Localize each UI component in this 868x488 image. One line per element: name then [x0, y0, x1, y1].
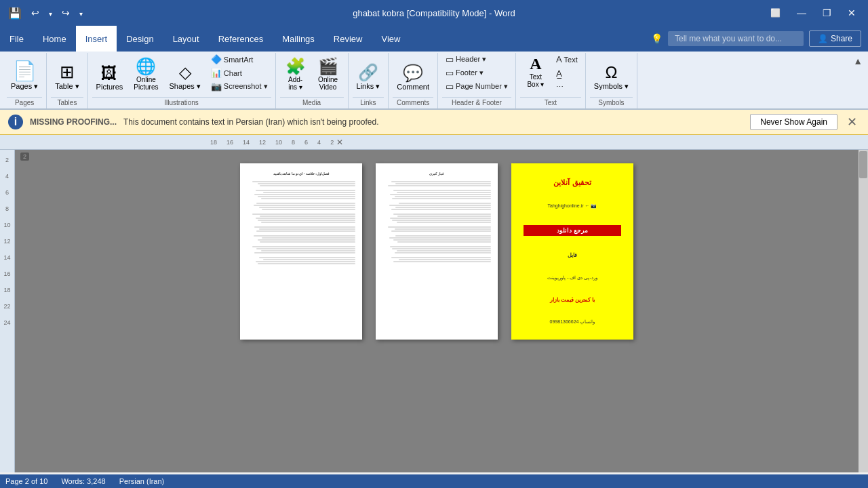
online-pictures-button[interactable]: 🌐 OnlinePictures: [130, 56, 162, 93]
pictures-icon: 🖼: [101, 65, 117, 81]
pages-button[interactable]: 📄 Pages ▾: [7, 59, 42, 93]
header-label: Header ▾: [456, 55, 486, 64]
share-button[interactable]: 👤 Share: [809, 30, 861, 47]
menu-references[interactable]: References: [209, 26, 273, 52]
links-icon: 🔗: [358, 64, 378, 81]
window-title: ghabat kobra [Compatibility Mode] - Word: [353, 8, 515, 18]
page-number-label: Page Number ▾: [456, 82, 508, 91]
header-icon: ▭: [446, 54, 454, 64]
header-footer-col: ▭ Header ▾ ▭ Footer ▾ ▭ Page Number ▾: [442, 53, 511, 93]
language: Persian (Iran): [119, 477, 165, 485]
quick-access-dropdown[interactable]: ▾: [77, 6, 85, 20]
footer-button[interactable]: ▭ Footer ▾: [442, 66, 511, 79]
restore-down-button[interactable]: ⬜: [764, 5, 787, 21]
menu-file[interactable]: File: [0, 26, 33, 52]
text-label: Text: [564, 56, 578, 64]
text-box-icon: A: [530, 56, 541, 72]
ad-cta: با کمترین قیمت بازار: [550, 297, 595, 303]
undo-button[interactable]: ↩: [28, 6, 42, 20]
menu-view[interactable]: View: [372, 26, 410, 52]
tables-group-content: ⊞ Table ▾: [51, 53, 83, 96]
ribbon-group-pages: 📄 Pages ▾ Pages: [3, 53, 47, 108]
symbols-button[interactable]: Ω Symbols ▾: [590, 62, 633, 93]
pages-icon: 📄: [13, 62, 37, 81]
table-button[interactable]: ⊞ Table ▾: [51, 60, 83, 93]
vertical-scrollbar[interactable]: [859, 150, 868, 472]
shapes-label: Shapes ▾: [169, 82, 200, 91]
text-box-label: TextBox ▾: [527, 73, 544, 88]
chart-button[interactable]: 📊 Chart: [208, 66, 271, 79]
menu-home[interactable]: Home: [33, 26, 76, 52]
pages-container[interactable]: 2 فصل اول: خلاصه - اي دو ما شاهد باشيد: [15, 150, 859, 472]
redo-button[interactable]: ↪: [59, 6, 73, 20]
chart-icon: 📊: [211, 68, 222, 78]
menu-layout[interactable]: Layout: [163, 26, 209, 52]
table-label: Table ▾: [55, 82, 79, 91]
comments-group-content: 💬 Comment: [393, 53, 433, 96]
smartart-button[interactable]: 🔷 SmartArt: [208, 53, 271, 66]
links-button[interactable]: 🔗 Links ▾: [353, 62, 384, 93]
page-2-body: [382, 181, 491, 262]
links-group-content: 🔗 Links ▾: [353, 53, 384, 96]
menu-insert[interactable]: Insert: [76, 26, 117, 52]
vertical-ruler: 2 4 6 8 10 12 14 16 18 22 24: [0, 150, 15, 472]
ad-subtitle: مرجع دانلود: [524, 225, 621, 236]
save-button[interactable]: 💾: [5, 5, 24, 21]
close-notification-button[interactable]: ✕: [844, 115, 860, 129]
add-ins-button[interactable]: 🧩 Add-ins ▾: [280, 56, 311, 93]
menu-mailings[interactable]: Mailings: [273, 26, 324, 52]
comment-button[interactable]: 💬 Comment: [393, 62, 433, 93]
maximize-button[interactable]: ❐: [816, 5, 838, 21]
scrollbar-thumb[interactable]: [859, 151, 867, 178]
menu-review[interactable]: Review: [324, 26, 372, 52]
shapes-button[interactable]: ◇ Shapes ▾: [165, 62, 204, 93]
ribbon-group-header-footer: ▭ Header ▾ ▭ Footer ▾ ▭ Page Number ▾ He…: [438, 53, 516, 108]
pictures-button[interactable]: 🖼 Pictures: [92, 62, 127, 93]
shapes-icon: ◇: [179, 64, 191, 81]
text-more-button[interactable]: ⋯: [553, 81, 581, 93]
header-button[interactable]: ▭ Header ▾: [442, 53, 511, 66]
pictures-label: Pictures: [96, 83, 123, 91]
ribbon-group-text: A TextBox ▾ A Text A̲ ⋯ Text: [516, 53, 586, 108]
online-pictures-label: OnlinePictures: [134, 76, 158, 91]
add-ins-label: Add-ins ▾: [288, 76, 302, 91]
ad-formats: ورد-پی دی اف - پاورپوینت: [547, 275, 597, 281]
collapse-ribbon-button[interactable]: ▲: [853, 56, 863, 66]
text-box-button[interactable]: A TextBox ▾: [520, 53, 551, 93]
document-area: 2 4 6 8 10 12 14 16 18 22 24 2 فصل اول: …: [0, 150, 868, 472]
text-side-col: A Text A̲ ⋯: [553, 53, 581, 93]
text-icon: A: [556, 54, 562, 64]
lightbulb-icon: 💡: [651, 33, 663, 44]
ad-url: Tahghighonline.ir ← 📷: [548, 203, 597, 209]
menu-design[interactable]: Design: [117, 26, 163, 52]
title-bar: 💾 ↩ ▾ ↪ ▾ ghabat kobra [Compatibility Mo…: [0, 0, 868, 26]
header-footer-group-content: ▭ Header ▾ ▭ Footer ▾ ▭ Page Number ▾: [442, 53, 511, 96]
page-1-title: فصل اول: خلاصه - اي دو ما شاهد باشيد: [247, 171, 355, 176]
ribbon: 📄 Pages ▾ Pages ⊞ Table ▾ Tables 🖼 Pictu: [0, 52, 868, 110]
ruler-content: 18 16 14 12 10 8 6 4 2 ✕: [0, 138, 868, 147]
close-button[interactable]: ✕: [841, 5, 863, 21]
online-video-icon: 🎬: [318, 58, 338, 75]
page-1-content: فصل اول: خلاصه - اي دو ما شاهد باشيد: [240, 163, 362, 273]
page-number-indicator: 2: [20, 152, 29, 161]
text-group-title: Text: [520, 97, 581, 108]
links-group-title: Links: [353, 97, 384, 108]
horizontal-ruler: 18 16 14 12 10 8 6 4 2 ✕: [0, 135, 868, 150]
dropdown-icon: ▾: [79, 10, 83, 18]
online-pictures-icon: 🌐: [136, 58, 156, 75]
text-more-icon: ⋯: [556, 83, 564, 92]
undo-dropdown[interactable]: ▾: [46, 6, 55, 20]
screenshot-button[interactable]: 📷 Screenshot ▾: [208, 80, 271, 93]
online-video-button[interactable]: 🎬 OnlineVideo: [313, 56, 344, 93]
search-input[interactable]: [668, 31, 804, 46]
text-button[interactable]: A Text: [553, 53, 581, 66]
footer-label: Footer ▾: [456, 68, 484, 77]
word-count: Words: 3,248: [61, 477, 105, 485]
minimize-button[interactable]: —: [790, 5, 813, 21]
document-page-3-ad: تحقیق آنلاین Tahghighonline.ir ← 📷 مرجع …: [511, 163, 633, 340]
never-show-again-button[interactable]: Never Show Again: [750, 114, 837, 130]
window-controls: ⬜ — ❐ ✕: [764, 5, 863, 21]
comment-icon: 💬: [403, 65, 423, 81]
page-number-button[interactable]: ▭ Page Number ▾: [442, 80, 511, 93]
text-effects-button[interactable]: A̲: [553, 67, 581, 80]
